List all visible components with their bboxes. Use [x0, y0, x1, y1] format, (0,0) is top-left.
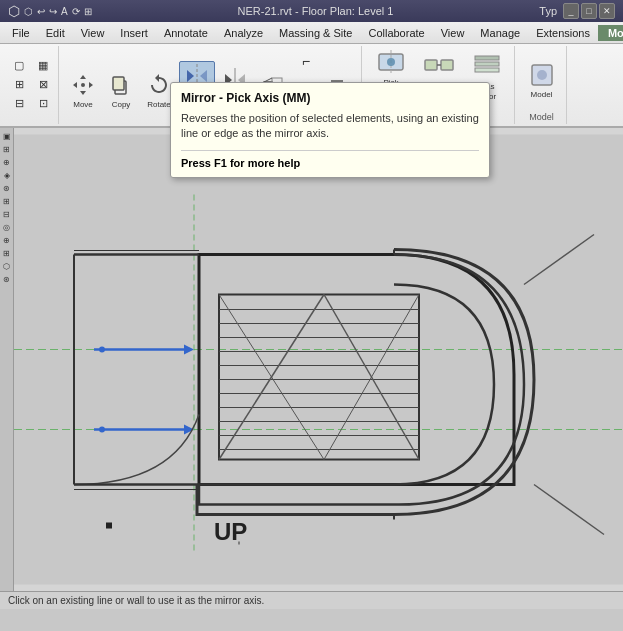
svg-rect-17 — [441, 60, 453, 70]
filter-btn[interactable]: ▦ — [32, 56, 54, 74]
small-tools-col2: ▦ ⊠ ⊡ — [32, 56, 54, 112]
pinned-btn[interactable]: ⊠ — [32, 75, 54, 93]
type-indicator: Typ — [539, 5, 557, 17]
title-bar-left: ⬡ ⬡ ↩ ↪ A ⟳ ⊞ — [8, 3, 92, 19]
menu-view[interactable]: View — [73, 25, 113, 41]
move-btn[interactable]: Move — [65, 61, 101, 117]
left-tool-11[interactable]: ⬡ — [1, 260, 13, 272]
tooltip-description: Reverses the position of selected elemen… — [181, 111, 479, 142]
window-title: NER-21.rvt - Floor Plan: Level 1 — [92, 5, 540, 17]
mas-floor-icon — [471, 50, 503, 82]
menu-massing[interactable]: Massing & Site — [271, 25, 360, 41]
model-label1: Model — [531, 91, 553, 100]
model-group-label: Model — [529, 110, 554, 122]
left-tool-6[interactable]: ⊞ — [1, 195, 13, 207]
menu-bar: File Edit View Insert Annotate Analyze M… — [0, 22, 623, 44]
left-tool-12[interactable]: ⊛ — [1, 273, 13, 285]
status-bar: Click on an existing line or wall to use… — [0, 591, 623, 609]
floor-plan-svg: UP — [14, 128, 623, 591]
left-tool-4[interactable]: ◈ — [1, 169, 13, 181]
svg-marker-4 — [187, 70, 194, 82]
maximize-button[interactable]: □ — [581, 3, 597, 19]
tooltip-help: Press F1 for more help — [181, 150, 479, 169]
minimize-button[interactable]: _ — [563, 3, 579, 19]
canvas-area[interactable]: ▣ ⊞ ⊕ ◈ ⊛ ⊞ ⊟ ◎ ⊕ ⊞ ⬡ ⊛ — [0, 128, 623, 591]
move-icon — [67, 69, 99, 101]
move-label: Move — [73, 101, 93, 110]
copy-btn[interactable]: Copy — [103, 61, 139, 117]
svg-rect-16 — [425, 60, 437, 70]
svg-rect-20 — [475, 62, 499, 66]
copy-label: Copy — [112, 101, 131, 110]
left-tool-1[interactable]: ▣ — [1, 130, 13, 142]
model-btn1[interactable]: Model — [524, 51, 560, 107]
model-icon1 — [526, 59, 558, 91]
close-button[interactable]: ✕ — [599, 3, 615, 19]
select3-btn[interactable]: ⊡ — [32, 94, 54, 112]
group-select-content: ▢ ⊞ ⊟ ▦ ⊠ ⊡ — [8, 48, 54, 120]
title-bar-controls: Typ _ □ ✕ — [539, 3, 615, 19]
menu-insert[interactable]: Insert — [112, 25, 156, 41]
left-tool-9[interactable]: ⊕ — [1, 234, 13, 246]
floor-plan[interactable]: UP — [14, 128, 623, 591]
menu-annotate[interactable]: Annotate — [156, 25, 216, 41]
left-tool-8[interactable]: ◎ — [1, 221, 13, 233]
svg-point-30 — [99, 347, 105, 353]
select-elements-btn[interactable]: ▢ — [8, 56, 30, 74]
svg-rect-19 — [475, 56, 499, 60]
svg-marker-5 — [200, 70, 207, 82]
svg-rect-21 — [475, 68, 499, 72]
copy-icon — [105, 69, 137, 101]
status-text: Click on an existing line or wall to use… — [8, 595, 264, 606]
ribbon-group-model: Model Model — [517, 46, 567, 124]
menu-file[interactable]: File — [4, 25, 38, 41]
left-tool-10[interactable]: ⊞ — [1, 247, 13, 259]
up-label: UP — [214, 518, 247, 545]
title-bar: ⬡ ⬡ ↩ ↪ A ⟳ ⊞ NER-21.rvt - Floor Plan: L… — [0, 0, 623, 22]
menu-manage[interactable]: Manage — [472, 25, 528, 41]
menu-view2[interactable]: View — [433, 25, 473, 41]
svg-rect-60 — [106, 523, 112, 529]
ribbon-group-select: ▢ ⊞ ⊟ ▦ ⊠ ⊡ — [4, 46, 59, 124]
left-tool-5[interactable]: ⊛ — [1, 182, 13, 194]
model-content: Model — [524, 48, 560, 110]
tooltip: Mirror - Pick Axis (MM) Reverses the pos… — [170, 82, 490, 178]
svg-point-23 — [537, 70, 547, 80]
small-tools-col1: ▢ ⊞ ⊟ — [8, 56, 30, 112]
trim-btn[interactable]: ⌐ — [293, 48, 319, 74]
related-hosts-icon — [423, 50, 455, 82]
svg-point-33 — [99, 427, 105, 433]
select-link-btn[interactable]: ⊞ — [8, 75, 30, 93]
svg-point-15 — [387, 58, 395, 66]
select-base-btn[interactable]: ⊟ — [8, 94, 30, 112]
rotate-label: Rotate — [147, 101, 171, 110]
left-toolbar: ▣ ⊞ ⊕ ◈ ⊛ ⊞ ⊟ ◎ ⊕ ⊞ ⬡ ⊛ — [0, 128, 14, 591]
menu-analyze[interactable]: Analyze — [216, 25, 271, 41]
tooltip-title: Mirror - Pick Axis (MM) — [181, 91, 479, 105]
left-tool-7[interactable]: ⊟ — [1, 208, 13, 220]
svg-rect-2 — [113, 77, 124, 90]
svg-point-0 — [81, 83, 85, 87]
menu-extensions[interactable]: Extensions — [528, 25, 598, 41]
menu-collaborate[interactable]: Collaborate — [360, 25, 432, 41]
menu-modify[interactable]: Modify | Generic Models — [598, 25, 623, 41]
menu-edit[interactable]: Edit — [38, 25, 73, 41]
left-tool-3[interactable]: ⊕ — [1, 156, 13, 168]
pick-new-host-icon — [375, 46, 407, 78]
left-tool-2[interactable]: ⊞ — [1, 143, 13, 155]
